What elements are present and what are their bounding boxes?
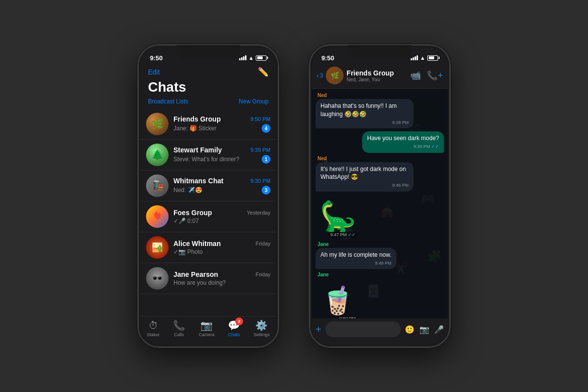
chat-preview-whitmans-chat: Ned: ✈️😍 (173, 187, 202, 194)
edit-button[interactable]: Edit (148, 68, 160, 76)
time-left: 9:50 (150, 54, 163, 62)
group-info[interactable]: Friends Group Ned, Jane, You (346, 69, 407, 82)
msg-text-ned-1: Hahaha that's so funny!! I am laughing 🤣… (320, 102, 397, 118)
sticker-time-dino: 9:47 PM ✓✓ (328, 232, 358, 238)
mic-input-icon[interactable]: 🎤 (434, 325, 444, 334)
chat-preview-foes-group: ✓🎤 0:07 (173, 218, 199, 224)
right-phone: 9:50 ▲ ‹ 3 🌿 Friends Group Ned, Jane, Yo… (309, 44, 451, 348)
time-right: 9:50 (321, 54, 334, 62)
back-count: 3 (320, 72, 323, 79)
new-group-button[interactable]: New Group (239, 98, 269, 105)
msg-time-ned-1: 9:28 PM (320, 120, 409, 126)
status-icons-right: ▲ (411, 55, 438, 61)
sender-ned: Ned (318, 93, 327, 98)
chat-badge-whitmans-chat: 3 (262, 186, 270, 195)
status-nav-label: Status (147, 332, 160, 337)
msg-time-sent-1: 9:30 PM ✓✓ (367, 144, 439, 150)
group-avatar: 🌿 (326, 67, 343, 84)
chat-item-friends-group[interactable]: 🌿 Friends Group 9:50 PM Jane: 🎁 Sticker … (140, 109, 276, 140)
message-sent-1: Have you seen dark mode? 9:30 PM ✓✓ (316, 131, 444, 152)
msg-text-sent-1: Have you seen dark mode? (367, 135, 439, 142)
chat-preview-alice-whitman: ✓📷 Photo (173, 248, 203, 255)
nav-status[interactable]: ⏱ Status (147, 320, 160, 337)
sticker-coffee: 🧋 9:50 PM (316, 278, 360, 318)
sticker-dino: 🦕 9:47 PM ✓✓ (316, 195, 360, 239)
msg-text-ned-2: It's here!! I just got dark mode on What… (320, 166, 406, 181)
message-ned-2: Ned It's here!! I just got dark mode on … (316, 156, 444, 192)
message-jane-1: Jane Ah my life is complete now. 9:49 PM (316, 242, 444, 269)
chats-header: Edit ✏️ Chats Broadcast Lists New Group (140, 65, 276, 109)
message-sticker-dino: 🦕 9:47 PM ✓✓ (316, 195, 444, 239)
status-bar-left: 9:50 ▲ (140, 47, 276, 65)
chat-badge-friends-group: 4 (262, 124, 270, 133)
nav-settings[interactable]: ⚙️ Settings (254, 319, 270, 337)
camera-input-icon[interactable]: 📷 (419, 325, 429, 334)
chat-item-foes-group[interactable]: 🎈 Foes Group Yesterday ✓🎤 0:07 (140, 201, 276, 232)
chats-nav-badge: 3 (235, 318, 243, 325)
message-ned-1: Ned Hahaha that's so funny!! I am laughi… (316, 93, 444, 128)
battery-icon (256, 55, 267, 61)
chat-name-jane-pearson: Jane Pearson (173, 270, 218, 278)
chat-time-stewart-family: 9:39 PM (250, 147, 270, 153)
msg-text-jane-1: Ah my life is complete now. (320, 251, 392, 258)
chat-name-alice-whitman: Alice Whitman (173, 240, 220, 247)
calls-nav-label: Calls (174, 332, 184, 337)
group-name: Friends Group (346, 69, 407, 77)
chat-list: 🌿 Friends Group 9:50 PM Jane: 🎁 Sticker … (140, 109, 276, 316)
chat-name-foes-group: Foes Group (173, 209, 212, 217)
chat-time-jane-pearson: Friday (255, 271, 270, 277)
header-actions: 📹 📞+ (410, 70, 443, 81)
chat-name-friends-group: Friends Group (173, 115, 220, 123)
battery-icon-right (427, 55, 438, 61)
chat-preview-friends-group: Jane: 🎁 Sticker (173, 125, 217, 132)
bubble-ned-2: It's here!! I just got dark mode on What… (316, 162, 414, 192)
group-members: Ned, Jane, You (346, 77, 407, 82)
chats-nav: Edit ✏️ (148, 67, 269, 77)
bottom-nav: ⏱ Status 📞 Calls 📷 Camera 💬 3 Chats ⚙️ S… (140, 316, 276, 345)
chat-view-screen: 9:50 ▲ ‹ 3 🌿 Friends Group Ned, Jane, Yo… (312, 47, 448, 345)
sender-ned-2: Ned (318, 156, 327, 161)
nav-calls[interactable]: 📞 Calls (173, 319, 185, 337)
add-participant-icon[interactable]: 📞+ (427, 70, 443, 81)
chat-time-whitmans-chat: 9:30 PM (250, 178, 270, 184)
chat-input-bar: + 🙂 📷 🎤 (312, 318, 448, 345)
chat-item-alice-whitman[interactable]: 🏜️ Alice Whitman Friday ✓📷 Photo (140, 232, 276, 263)
back-button[interactable]: ‹ 3 (317, 72, 323, 79)
broadcast-lists-button[interactable]: Broadcast Lists (148, 98, 188, 105)
add-attachment-button[interactable]: + (316, 324, 321, 335)
video-call-icon[interactable]: 📹 (410, 70, 421, 81)
sticker-tick-icon: ✓✓ (348, 232, 356, 237)
chats-title: Chats (148, 79, 269, 95)
sticker-time-coffee: 9:50 PM (337, 316, 358, 318)
signal-icon (239, 55, 246, 60)
sender-jane-2: Jane (318, 272, 329, 277)
chats-screen: 9:50 ▲ Edit ✏️ Chats Broadcast Lists New… (140, 47, 276, 345)
chat-item-stewart-family[interactable]: 🌲 Stewart Family 9:39 PM Steve: What's f… (140, 140, 276, 171)
chat-item-jane-pearson[interactable]: 🕶️ Jane Pearson Friday How are you doing… (140, 263, 276, 294)
message-sticker-coffee: Jane 🧋 9:50 PM (316, 272, 444, 318)
chat-badge-stewart-family: 1 (262, 155, 270, 164)
chat-time-friends-group: 9:50 PM (250, 116, 270, 122)
chats-subbar: Broadcast Lists New Group (148, 98, 269, 105)
status-icons-left: ▲ (239, 55, 267, 61)
wifi-icon: ▲ (248, 55, 254, 61)
sticker-input-icon[interactable]: 🙂 (405, 325, 415, 334)
message-input[interactable] (325, 321, 401, 337)
nav-chats[interactable]: 💬 3 Chats (228, 319, 240, 337)
double-tick-icon: ✓✓ (431, 144, 439, 149)
avatar-whitmans-chat: 🚂 (146, 174, 169, 197)
input-action-icons: 🙂 📷 🎤 (405, 325, 444, 334)
left-phone: 9:50 ▲ Edit ✏️ Chats Broadcast Lists New… (137, 44, 279, 348)
compose-icon[interactable]: ✏️ (258, 67, 269, 77)
nav-camera[interactable]: 📷 Camera (198, 319, 214, 337)
chats-nav-label: Chats (228, 332, 240, 337)
msg-time-jane-1: 9:49 PM (320, 260, 392, 267)
sender-jane: Jane (318, 242, 329, 247)
camera-nav-label: Camera (198, 332, 214, 337)
chat-time-alice-whitman: Friday (255, 241, 270, 246)
avatar-stewart-family: 🌲 (146, 144, 169, 166)
avatar-foes-group: 🎈 (146, 205, 169, 228)
signal-icon-right (411, 55, 418, 60)
chat-item-whitmans-chat[interactable]: 🚂 Whitmans Chat 9:30 PM Ned: ✈️😍 3 (140, 171, 276, 201)
bubble-ned-1: Hahaha that's so funny!! I am laughing 🤣… (316, 99, 414, 128)
